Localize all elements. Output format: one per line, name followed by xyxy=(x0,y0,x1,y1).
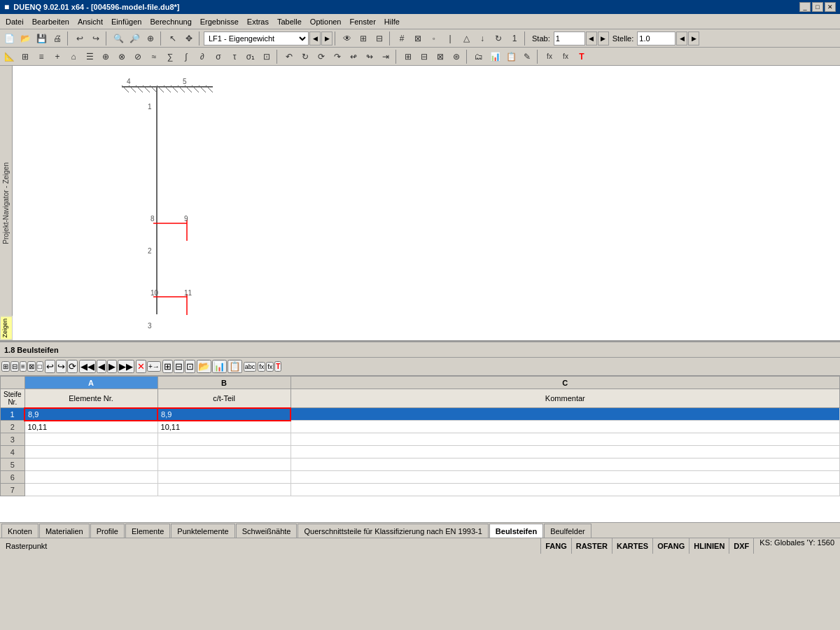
lf-dropdown[interactable]: LF1 - Eigengewicht xyxy=(204,31,309,46)
view-btn3[interactable]: ⊟ xyxy=(372,31,387,46)
canvas-area[interactable]: 4 5 1 8 9 2 10 11 3 6 7 xyxy=(13,66,840,340)
bt-btn11[interactable]: ▶ xyxy=(107,360,117,373)
bt-fx-btn[interactable]: fx xyxy=(258,362,265,372)
load-btn[interactable]: ↓ xyxy=(475,31,490,46)
tb2-btn17[interactable]: ⊡ xyxy=(259,49,274,64)
view-btn2[interactable]: ⊞ xyxy=(356,31,371,46)
col-a-header[interactable]: A xyxy=(24,377,158,389)
print-button[interactable]: 🖨 xyxy=(50,31,65,46)
cell-kommentar[interactable] xyxy=(290,421,839,433)
bt-btn12[interactable]: ▶▶ xyxy=(118,360,134,373)
tb2-btn20[interactable]: ⟳ xyxy=(314,49,329,64)
tb2-btn21[interactable]: ↷ xyxy=(330,49,345,64)
bt-table-btn[interactable]: ⊞ xyxy=(162,360,173,373)
bt-btn7[interactable]: ↪ xyxy=(56,360,66,373)
table-row[interactable]: 3 xyxy=(1,433,840,446)
undo-button[interactable]: ↩ xyxy=(72,31,88,46)
tb2-btn11[interactable]: ∑ xyxy=(162,49,178,64)
tab-profile[interactable]: Profile xyxy=(90,524,125,538)
table-row[interactable]: 7 xyxy=(1,484,840,496)
moment-btn[interactable]: ↻ xyxy=(491,31,506,46)
stab-next[interactable]: ▶ xyxy=(598,31,609,46)
bt-btn9[interactable]: ◀◀ xyxy=(79,360,96,373)
bt-excel-btn[interactable]: 📋 xyxy=(227,360,242,373)
tab-beulfelder[interactable]: Beulfelder xyxy=(544,524,592,538)
minimize-button[interactable]: _ xyxy=(799,2,811,12)
bt-add-btn[interactable]: +→ xyxy=(147,361,161,372)
tb2-btn32[interactable]: ✎ xyxy=(519,49,535,64)
bt-btn10[interactable]: ◀ xyxy=(97,360,106,373)
tb2-btn13[interactable]: ∂ xyxy=(195,49,210,64)
cell-kommentar[interactable] xyxy=(290,484,839,496)
grid-btn[interactable]: # xyxy=(394,31,410,46)
table-row[interactable]: 210,1110,11 xyxy=(1,421,840,433)
tb2-btn4[interactable]: + xyxy=(50,49,65,64)
save-button[interactable]: 💾 xyxy=(34,31,49,46)
select-button[interactable]: ↖ xyxy=(165,31,181,46)
move-button[interactable]: ✥ xyxy=(181,31,197,46)
bt-chart-btn[interactable]: 📊 xyxy=(212,360,227,373)
tab-beulsteifen[interactable]: Beulsteifen xyxy=(489,524,543,538)
bt-fx2-btn[interactable]: fx xyxy=(266,362,274,372)
menu-berechnung[interactable]: Berechnung xyxy=(146,16,195,27)
tb2-btn19[interactable]: ↻ xyxy=(298,49,313,64)
yellow-tab[interactable]: Zeigen xyxy=(0,316,13,340)
tb2-btn26[interactable]: ⊟ xyxy=(416,49,432,64)
bt-table2-btn[interactable]: ⊟ xyxy=(174,360,184,373)
num-btn[interactable]: 1 xyxy=(507,31,522,46)
menu-bearbeiten[interactable]: Bearbeiten xyxy=(28,16,74,27)
tb2-btn7[interactable]: ⊕ xyxy=(98,49,113,64)
bt-btn1[interactable]: ⊞ xyxy=(1,361,10,372)
menu-ergebnisse[interactable]: Ergebnisse xyxy=(196,16,243,27)
tb2-btn5[interactable]: ⌂ xyxy=(66,49,81,64)
stelle-input[interactable] xyxy=(637,31,676,46)
col-b-header[interactable]: B xyxy=(158,377,290,389)
tab-knoten[interactable]: Knoten xyxy=(1,524,38,538)
bt-btn2[interactable]: ⊟ xyxy=(10,361,19,372)
tb2-btn8[interactable]: ⊗ xyxy=(114,49,130,64)
stab-prev[interactable]: ◀ xyxy=(586,31,597,46)
table-row[interactable]: 18,98,9 xyxy=(1,408,840,421)
menu-extras[interactable]: Extras xyxy=(243,16,273,27)
status-kartes[interactable]: KARTES xyxy=(612,538,653,554)
table-row[interactable]: 5 xyxy=(1,458,840,471)
cell-kommentar[interactable] xyxy=(290,471,839,484)
menu-hilfe[interactable]: Hilfe xyxy=(380,16,404,27)
tb2-btn9[interactable]: ⊘ xyxy=(130,49,146,64)
menu-optionen[interactable]: Optionen xyxy=(306,16,346,27)
lf-next-button[interactable]: ▶ xyxy=(321,31,332,46)
cell-ct[interactable] xyxy=(158,433,290,446)
view-btn1[interactable]: 👁 xyxy=(340,31,355,46)
stelle-prev[interactable]: ◀ xyxy=(676,31,687,46)
tb2-btn25[interactable]: ⊞ xyxy=(400,49,416,64)
cell-elemente[interactable] xyxy=(24,433,158,446)
tb2-formula-icon[interactable]: fx xyxy=(542,49,557,64)
table-row[interactable]: 4 xyxy=(1,446,840,458)
zoom-all-button[interactable]: ⊕ xyxy=(143,31,158,46)
tb2-btn2[interactable]: ⊞ xyxy=(18,49,33,64)
tb2-btn14[interactable]: σ xyxy=(211,49,226,64)
snap-btn[interactable]: ⊠ xyxy=(410,31,426,46)
tab-elemente[interactable]: Elemente xyxy=(125,524,170,538)
tb2-btn29[interactable]: 🗂 xyxy=(471,49,486,64)
bt-formula-btn[interactable]: abc xyxy=(244,362,257,372)
tb2-btn22[interactable]: ↫ xyxy=(346,49,361,64)
menu-tabelle[interactable]: Tabelle xyxy=(273,16,306,27)
tab-materialien[interactable]: Materialien xyxy=(39,524,90,538)
cell-ct[interactable] xyxy=(158,471,290,484)
bt-del-btn[interactable]: ✕ xyxy=(136,360,146,373)
tab-querschnittsteile[interactable]: Querschnittsteile für Klassifizierung na… xyxy=(298,524,488,538)
tb2-btn3[interactable]: ≡ xyxy=(34,49,49,64)
status-ofang[interactable]: OFANG xyxy=(653,538,690,554)
open-button[interactable]: 📂 xyxy=(18,31,33,46)
beam-btn[interactable]: | xyxy=(442,31,458,46)
tb2-red-icon[interactable]: T xyxy=(574,49,589,64)
redo-button[interactable]: ↪ xyxy=(88,31,104,46)
cell-elemente[interactable] xyxy=(24,484,158,496)
status-hlinien[interactable]: HLINIEN xyxy=(690,538,729,554)
tb2-fx2-icon[interactable]: fx xyxy=(558,49,573,64)
side-panel[interactable]: Projekt-Navigator - Zeigen Zeigen xyxy=(0,66,13,340)
bt-red-T-btn[interactable]: T xyxy=(274,361,281,372)
cell-kommentar[interactable] xyxy=(290,408,839,421)
menu-ansicht[interactable]: Ansicht xyxy=(74,16,107,27)
